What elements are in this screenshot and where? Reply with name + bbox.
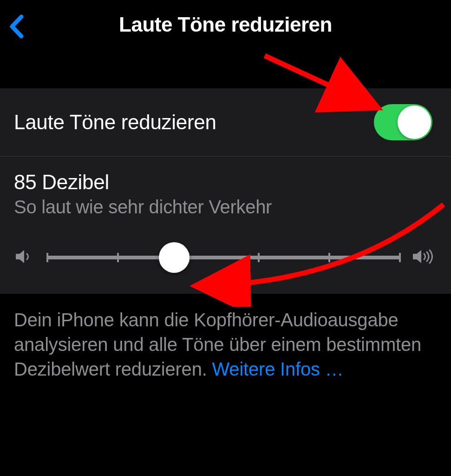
reduce-loud-sounds-toggle[interactable] <box>374 104 432 140</box>
spacer <box>0 49 451 88</box>
header: Laute Töne reduzieren <box>0 0 451 49</box>
slider-row <box>14 244 437 271</box>
footer-text: Dein iPhone kann die Kopfhörer-Audioausg… <box>14 308 437 381</box>
decibel-description: So laut wie sehr dichter Verkehr <box>14 197 437 218</box>
more-info-link[interactable]: Weitere Infos … <box>212 359 344 379</box>
slider-tick <box>117 253 119 262</box>
back-button[interactable] <box>8 14 24 41</box>
slider-tick <box>399 253 401 262</box>
slider-tick <box>328 253 330 262</box>
page-title: Laute Töne reduzieren <box>0 13 451 36</box>
reduce-loud-sounds-row: Laute Töne reduzieren <box>0 88 451 157</box>
slider-thumb[interactable] <box>159 242 190 273</box>
slider-tick <box>258 253 260 262</box>
chevron-left-icon <box>8 14 24 39</box>
slider-section: 85 Dezibel So laut wie sehr dichter Verk… <box>0 157 451 294</box>
slider-tick <box>46 253 48 262</box>
decibel-value: 85 Dezibel <box>14 171 437 194</box>
footer-section: Dein iPhone kann die Kopfhörer-Audioausg… <box>0 294 451 390</box>
volume-low-icon <box>14 247 36 268</box>
slider-track <box>47 256 400 259</box>
toggle-knob <box>398 106 431 139</box>
decibel-slider[interactable] <box>47 244 400 271</box>
settings-group: Laute Töne reduzieren 85 Dezibel So laut… <box>0 88 451 294</box>
volume-high-icon <box>411 247 437 268</box>
toggle-label: Laute Töne reduzieren <box>14 111 216 134</box>
